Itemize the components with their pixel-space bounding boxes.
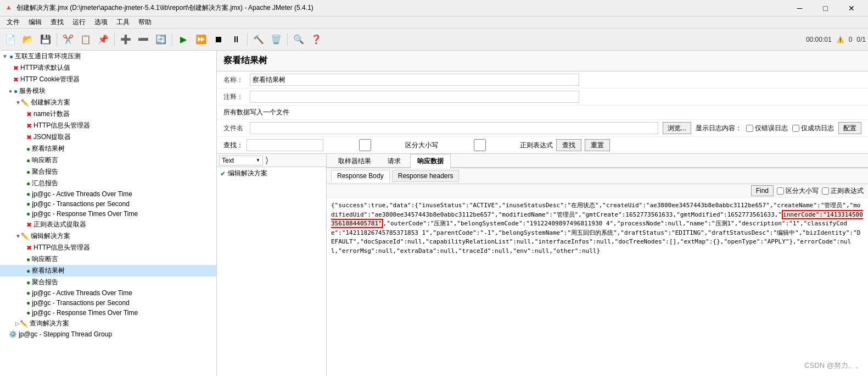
tree-item-tps1[interactable]: ● jp@gc - Transactions per Second xyxy=(0,199,216,209)
circle-icon: ● xyxy=(26,168,30,176)
tree-item-name-counter[interactable]: ✖ name计数器 xyxy=(0,108,216,120)
menu-run[interactable]: 运行 xyxy=(68,16,90,28)
regex-label[interactable]: 正则表达式 xyxy=(441,139,553,151)
file-name-input[interactable] xyxy=(250,122,658,134)
tree-label: HTTP信息头管理器 xyxy=(33,121,90,130)
sidebar: ▼ ● 互联互通日常环境压测 ✖ HTTP请求默认值 ✖ HTTP Cookie… xyxy=(0,51,217,376)
comment-input[interactable] xyxy=(250,91,579,103)
paste-button[interactable]: 📌 xyxy=(95,31,111,48)
resize-handle[interactable]: ⟩ xyxy=(265,155,268,165)
tab-response-data[interactable]: 响应数据 xyxy=(410,154,451,168)
case-sensitive-checkbox[interactable] xyxy=(327,139,404,151)
tab-request[interactable]: 请求 xyxy=(380,154,408,168)
case-sensitive-label[interactable]: 区分大小写 xyxy=(327,139,438,151)
start-no-pause-button[interactable]: ⏩ xyxy=(193,31,209,48)
tree-item-view-result1[interactable]: ● 察看结果树 xyxy=(0,143,216,154)
cut-button[interactable]: ✂️ xyxy=(60,31,76,48)
tree-label: 察看结果树 xyxy=(32,144,65,153)
window-controls[interactable]: ─ □ ✕ xyxy=(787,1,864,15)
menu-tools[interactable]: 工具 xyxy=(112,16,134,28)
maximize-button[interactable]: □ xyxy=(813,1,838,15)
tree-item-response-assertion2[interactable]: ● 响应断言 xyxy=(0,253,216,265)
menu-file[interactable]: 文件 xyxy=(2,16,24,28)
collapse-arrow[interactable]: ▼ xyxy=(15,99,21,106)
only-success-checkbox[interactable] xyxy=(792,125,799,132)
tree-item-stepping-thread[interactable]: ⚙️ jp@gc - Stepping Thread Group xyxy=(0,329,216,339)
tree-item-query-solution[interactable]: ▷ ✏️ 查询解决方案 xyxy=(0,318,216,329)
only-error-label[interactable]: 仅错误日志 xyxy=(746,124,788,133)
menu-help[interactable]: 帮助 xyxy=(134,16,156,28)
tree-item-create-solution[interactable]: ▼ ✏️ 创建解决方案 xyxy=(0,97,216,108)
main-tabs-row: 取样器结果 请求 响应数据 xyxy=(327,154,868,168)
tree-item-summary1[interactable]: ● 汇总报告 xyxy=(0,178,216,189)
clear-all-button[interactable]: 🗑️ xyxy=(268,31,284,48)
tree-item-service-module[interactable]: ● ● 服务模块 xyxy=(0,85,216,97)
tree-item-edit-solution[interactable]: ▼ ✏️ 编辑解决方案 xyxy=(0,230,216,242)
config-button[interactable]: 配置 xyxy=(838,122,861,134)
toggle-button[interactable]: 🔄 xyxy=(153,31,169,48)
collapse-arrow[interactable]: ▼ xyxy=(15,233,21,239)
collapse-arrow[interactable]: ▷ xyxy=(15,320,20,327)
close-button[interactable]: ✕ xyxy=(839,1,864,15)
tree-item-http-defaults[interactable]: ✖ HTTP请求默认值 xyxy=(0,62,216,74)
browse-button[interactable]: 浏览... xyxy=(663,122,691,134)
tree-item-tps2[interactable]: ● jp@gc - Transactions per Second xyxy=(0,298,216,308)
x-icon: ✖ xyxy=(13,76,19,84)
start-button[interactable]: ▶ xyxy=(175,31,192,48)
collapse-arrow[interactable]: ● xyxy=(9,88,12,94)
find-case-checkbox[interactable] xyxy=(777,187,784,195)
find-regex[interactable]: 正则表达式 xyxy=(822,186,864,196)
stop-button[interactable]: ⏹ xyxy=(210,31,227,48)
tree-item-cookie-mgr[interactable]: ✖ HTTP Cookie管理器 xyxy=(0,74,216,85)
shutdown-button[interactable]: ⏸ xyxy=(228,31,244,48)
menu-find[interactable]: 查找 xyxy=(46,16,68,28)
tree-label: 汇总报告 xyxy=(32,179,58,188)
menu-edit[interactable]: 编辑 xyxy=(24,16,46,28)
tree-item-aggregate1[interactable]: ● 聚合报告 xyxy=(0,166,216,178)
regex-checkbox[interactable] xyxy=(441,139,518,151)
sub-tab-response-headers[interactable]: Response headers xyxy=(392,170,460,182)
tree-item-regex-extractor[interactable]: ✖ 正则表达式提取器 xyxy=(0,219,216,230)
only-error-checkbox[interactable] xyxy=(746,125,753,132)
expand-button[interactable]: ➕ xyxy=(117,31,134,48)
find-case-sensitive[interactable]: 区分大小写 xyxy=(777,186,819,196)
highlighted-text: innerCode":"14133145003561884405781" xyxy=(331,210,863,229)
tree-item-active-threads2[interactable]: ● jp@gc - Active Threads Over Time xyxy=(0,288,216,298)
new-button[interactable]: 📄 xyxy=(2,31,19,48)
open-button[interactable]: 📂 xyxy=(20,31,36,48)
clear-button[interactable]: 🔨 xyxy=(250,31,267,48)
tree-item-http-header2[interactable]: ✖ HTTP信息头管理器 xyxy=(0,242,216,253)
tree-item-response-times2[interactable]: ● jp@gc - Response Times Over Time xyxy=(0,308,216,318)
tree-item-json-extractor[interactable]: ✖ JSON提取器 xyxy=(0,131,216,143)
tree-item-active-threads1[interactable]: ● jp@gc - Active Threads Over Time xyxy=(0,189,216,199)
sub-tab-response-body[interactable]: Response Body xyxy=(331,170,390,182)
tree-label: HTTP信息头管理器 xyxy=(33,243,90,252)
tree-item-root1[interactable]: ▼ ● 互联互通日常环境压测 xyxy=(0,51,216,62)
search-input[interactable] xyxy=(247,139,323,151)
find-regex-checkbox[interactable] xyxy=(822,187,829,195)
tree-item-aggregate2[interactable]: ● 聚合报告 xyxy=(0,277,216,288)
name-input[interactable] xyxy=(250,74,579,86)
copy-button[interactable]: 📋 xyxy=(77,31,94,48)
collapse-button[interactable]: ➖ xyxy=(135,31,152,48)
collapse-arrow[interactable]: ▼ xyxy=(2,53,8,59)
minimize-button[interactable]: ─ xyxy=(787,1,812,15)
dropdown-arrow: ▼ xyxy=(256,158,260,163)
only-success-label[interactable]: 仅成功日志 xyxy=(792,124,834,133)
search-button[interactable]: 🔍 xyxy=(290,31,307,48)
tab-sampler-result[interactable]: 取样器结果 xyxy=(331,154,378,168)
tree-item-response-times1[interactable]: ● jp@gc - Response Times Over Time xyxy=(0,209,216,219)
tree-item-response-assertion1[interactable]: ● 响应断言 xyxy=(0,154,216,166)
text-dropdown[interactable]: Text ▼ xyxy=(219,156,263,165)
x-icon: ✖ xyxy=(26,110,32,118)
find-button[interactable]: Find xyxy=(751,185,774,196)
group-icon: ● xyxy=(9,53,13,60)
find-button[interactable]: 查找 xyxy=(556,139,581,151)
save-button[interactable]: 💾 xyxy=(37,31,54,48)
reset-button[interactable]: 重置 xyxy=(585,139,610,151)
result-item-0[interactable]: ✔ 编辑解决方案 xyxy=(217,167,326,180)
tree-item-view-result2[interactable]: ● 察看结果树 xyxy=(0,265,216,277)
tree-item-http-header1[interactable]: ✖ HTTP信息头管理器 xyxy=(0,120,216,131)
help-button[interactable]: ❓ xyxy=(308,31,324,48)
menu-options[interactable]: 选项 xyxy=(90,16,112,28)
